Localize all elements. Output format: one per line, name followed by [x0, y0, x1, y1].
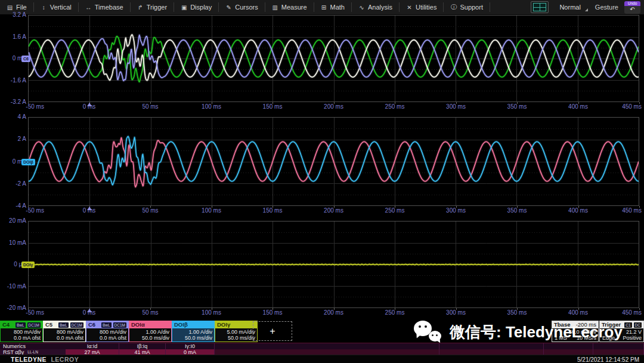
numerics-cell [215, 343, 439, 349]
y-tick-label: 3.2 A [0, 11, 26, 19]
grid-2[interactable] [28, 117, 639, 206]
menu-item-display[interactable]: ▣Display [174, 2, 219, 12]
descriptor-row: C4BwLDC1M800 mA/div0.0 mA ofstC5BwLDC1M8… [0, 321, 644, 342]
x-tick-label: 250 ms [385, 207, 405, 214]
grid-display-button[interactable] [531, 1, 549, 13]
x-tick-label: 400 ms [568, 207, 588, 214]
x-tick-label: 400 ms [568, 103, 588, 110]
channel-descriptor-DOIα[interactable]: DOIα1.00 A/div50.0 ms/div [129, 321, 172, 342]
utilities-icon: ✕ [406, 4, 413, 11]
descriptor-header: DOIα [129, 321, 171, 328]
trigger-badge: DC [634, 322, 642, 328]
trigger-icon: ↱ [137, 4, 144, 11]
undo-button[interactable]: Undo ↶ [624, 1, 640, 14]
channel-badge: BwL [16, 322, 26, 328]
menu-item-analysis[interactable]: ∿Analysis [352, 2, 400, 12]
y-tick-label: 2 A [0, 135, 26, 143]
numerics-cell: Iγ:I0 [166, 343, 215, 349]
datetime-label: 5/21/2021 12:14:52 PM [577, 356, 644, 363]
grid-icon [533, 3, 546, 11]
menu-item-timebase[interactable]: ↔Timebase [79, 2, 131, 12]
descriptor-timebase[interactable]: Tbase-200 ms50.0 ms/div1 MS10 MS/s [552, 321, 599, 342]
y-tick-label: 4 A [0, 113, 26, 121]
menu-bar-items: ▤File↕Vertical↔Timebase↱Trigger▣Display✎… [0, 0, 490, 14]
channel-offset-indicator-DOIβ[interactable]: DOIβ [21, 159, 35, 165]
channel-offset-indicator-C6[interactable]: C6 [21, 56, 30, 62]
descriptor-header: Tbase-200 ms [552, 321, 598, 328]
timebase-line2-left: 1 MS [555, 335, 567, 341]
brand-secondary: LECROY [51, 356, 79, 363]
numerics-row-badge: LL-LN [27, 350, 38, 354]
x-tick-label: 100 ms [202, 207, 221, 214]
trigger-time-marker[interactable] [87, 309, 92, 312]
descriptor-scale: 1.00 A/div [172, 329, 212, 335]
descriptor-header: DOIβ [172, 321, 214, 328]
channel-badge: BwL [101, 322, 112, 328]
add-trace-button[interactable]: + [253, 321, 292, 341]
x-tick-label: 200 ms [324, 103, 343, 110]
numerics-cell [593, 343, 644, 349]
timebase-icon: ↔ [85, 4, 92, 11]
x-tick-label: 50 ms [142, 207, 158, 214]
x-tick-label: 450 ms [622, 309, 642, 316]
numerics-table: NumericsIα:IdIβ:IqIγ:I0RST αβγLL-LN27 mA… [0, 343, 644, 355]
menu-item-label: Trigger [147, 4, 167, 11]
status-bar: TELEDYNE LECROY 5/21/2021 12:14:52 PM [0, 355, 644, 363]
menu-item-label: Vertical [50, 4, 72, 11]
x-tick-label: 100 ms [202, 309, 221, 316]
menu-item-measure[interactable]: ▥Measure [265, 2, 314, 12]
vertical-icon: ↕ [41, 4, 47, 11]
display-mode-button[interactable]: Normal [555, 2, 589, 13]
channel-label: C4 [2, 321, 10, 328]
descriptor-offset: 0.0 mA ofst [86, 335, 126, 341]
menu-item-cursors[interactable]: ✎Cursors [219, 2, 265, 12]
channel-descriptor-DOIβ[interactable]: DOIβ1.00 A/div50.0 ms/div [172, 321, 215, 342]
waveform-canvas-2 [29, 118, 639, 205]
analysis-icon: ∿ [358, 4, 365, 11]
channel-descriptor-DOIγ[interactable]: DOIγ5.00 mA/div50.0 ms/div [215, 321, 258, 342]
menu-item-trigger[interactable]: ↱Trigger [131, 2, 174, 12]
trigger-line2-left: Edge [602, 335, 615, 341]
descriptor-scale: 800 mA/div [44, 329, 83, 335]
numerics-cell: Iβ:Iq [119, 343, 166, 349]
y-tick-label: -1.6 A [0, 76, 26, 85]
menu-item-utilities[interactable]: ✕Utilities [400, 2, 444, 12]
x-tick-label: 300 ms [446, 207, 466, 214]
trigger-badge: C1 [624, 322, 631, 328]
channel-offset-indicator-DOIγ[interactable]: DOIγ [21, 262, 35, 268]
menu-item-label: Support [460, 4, 483, 11]
grid-1[interactable] [28, 15, 639, 102]
undo-label: Undo [624, 1, 640, 6]
x-axis-row-3: -50 ms0 ms50 ms100 ms150 ms200 ms250 ms3… [0, 308, 644, 318]
x-tick-label: 350 ms [507, 103, 527, 110]
descriptor-trigger[interactable]: TriggerC1DC21.2 VEdgePositive [599, 321, 644, 342]
x-tick-label: 450 ms [622, 103, 642, 110]
x-tick-label: -50 ms [26, 309, 44, 316]
descriptor-scale: 1.00 A/div [129, 329, 169, 335]
x-tick-label: 150 ms [263, 207, 283, 214]
channel-descriptor-C6[interactable]: C6BwLDC1M800 mA/div0.0 mA ofst [86, 321, 129, 342]
grid-3[interactable] [28, 221, 639, 308]
menu-item-label: Cursors [235, 4, 258, 11]
timebase-line2: 1 MS10 MS/s [552, 335, 596, 341]
file-icon: ▤ [7, 4, 13, 11]
x-tick-label: 150 ms [263, 309, 283, 316]
descriptor-header: C4BwLDC1M [1, 321, 42, 328]
menu-item-label: Measure [281, 4, 307, 11]
descriptor-body: 50.0 ms/div1 MS10 MS/s [552, 328, 598, 341]
menu-item-vertical[interactable]: ↕Vertical [34, 2, 79, 12]
numerics-cell [439, 343, 544, 349]
channel-descriptor-C5[interactable]: C5BwLDC1M800 mA/div0.0 mA ofst [43, 321, 86, 342]
menu-item-support[interactable]: ⓘSupport [444, 2, 490, 12]
x-tick-label: 450 ms [622, 207, 642, 214]
descriptor-offset: 0.0 mA ofst [1, 335, 41, 341]
support-icon: ⓘ [450, 3, 457, 11]
descriptor-body: 1.00 A/div50.0 ms/div [172, 328, 214, 341]
descriptor-body: 1.00 A/div50.0 ms/div [129, 328, 171, 341]
x-axis-row-2: -50 ms0 ms50 ms100 ms150 ms200 ms250 ms3… [0, 206, 644, 216]
trigger-time-marker[interactable] [87, 103, 92, 106]
channel-descriptor-C4[interactable]: C4BwLDC1M800 mA/div0.0 mA ofst [0, 321, 43, 342]
menu-bar-right: Normal Gesture Undo ↶ [531, 0, 644, 14]
menu-item-math[interactable]: ⊞Math [314, 2, 352, 12]
trigger-time-marker[interactable] [87, 207, 92, 210]
